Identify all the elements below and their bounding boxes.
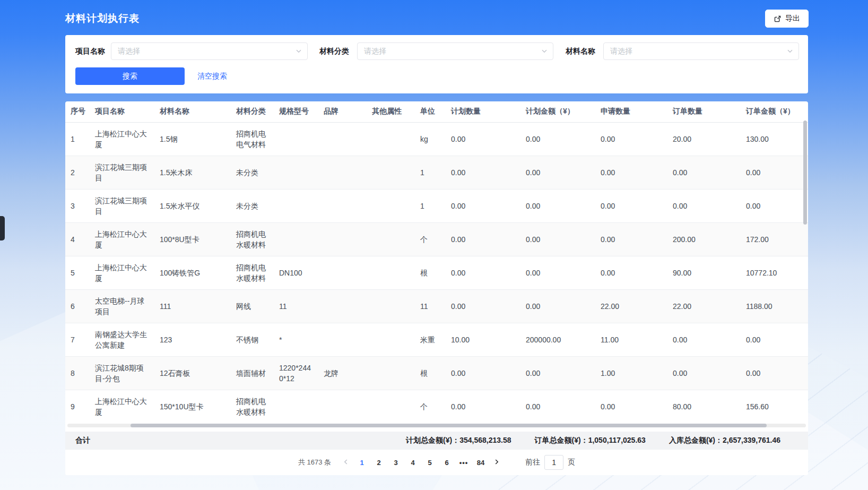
pager-pages: 123456•••84	[353, 455, 489, 470]
table-cell: 0.00	[667, 189, 741, 222]
table-cell: 20.00	[667, 122, 741, 156]
page-button-84[interactable]: 84	[472, 455, 489, 470]
table-cell: 招商机电水暖材料	[231, 256, 274, 289]
table-cell	[367, 289, 415, 323]
table-cell: 1	[65, 122, 90, 156]
inbound-total-amount: 入库总金额(¥)：2,657,339,761.46	[669, 436, 780, 445]
table-cell: 11	[274, 289, 318, 323]
table-cell: 网线	[231, 289, 274, 323]
search-button[interactable]: 搜索	[75, 67, 185, 85]
next-page-button[interactable]	[489, 455, 504, 470]
table-cell: kg	[415, 122, 446, 156]
export-button[interactable]: 导出	[765, 10, 809, 28]
table-cell: 0.00	[520, 122, 595, 156]
export-label: 导出	[785, 14, 800, 23]
table-cell: 0.00	[520, 156, 595, 189]
material-category-label: 材料分类	[319, 47, 349, 56]
table-cell: 0.00	[520, 289, 595, 323]
table-cell: 0.00	[520, 256, 595, 289]
table-cell	[318, 156, 367, 189]
table-cell: 根	[415, 356, 446, 390]
clear-search-button[interactable]: 清空搜索	[197, 72, 227, 81]
chevron-down-icon	[787, 47, 793, 56]
table-cell: 80.00	[667, 390, 741, 423]
table-cell: 0.00	[520, 222, 595, 256]
column-header: 申请数量	[595, 101, 667, 122]
export-icon	[774, 15, 782, 23]
table-cell: 0.00	[667, 323, 741, 356]
table-cell: 南钢盛达大学生公寓新建	[90, 323, 154, 356]
table-cell: 0.00	[595, 122, 667, 156]
page-ellipsis[interactable]: •••	[455, 455, 472, 470]
prev-page-button[interactable]	[338, 455, 353, 470]
table-cell	[274, 189, 318, 222]
page-button-2[interactable]: 2	[370, 455, 387, 470]
table-cell: 1188.00	[741, 289, 808, 323]
table-cell: 滨江花城8期项目-分包	[90, 356, 154, 390]
table-row: 7南钢盛达大学生公寓新建123不锈钢*米重10.00200000.0011.00…	[65, 323, 808, 356]
page-button-4[interactable]: 4	[404, 455, 421, 470]
vertical-scrollbar-thumb[interactable]	[803, 121, 807, 225]
table-cell: 米重	[415, 323, 446, 356]
table-cell: 130.00	[741, 122, 808, 156]
plan-total-amount: 计划总金额(¥)：354,568,213.58	[406, 436, 511, 445]
chevron-down-icon	[541, 47, 548, 56]
table-row: 6太空电梯--月球项目111网线11110.000.0022.0022.0011…	[65, 289, 808, 323]
column-header: 规格型号	[274, 101, 318, 122]
table-cell: 1.5钢	[154, 122, 231, 156]
table-cell: 0.00	[595, 156, 667, 189]
table-cell: DN100	[274, 256, 318, 289]
scrollbar-thumb[interactable]	[131, 424, 767, 427]
table-cell: 招商机电水暖材料	[231, 390, 274, 423]
table-cell: 1.5米木床	[154, 156, 231, 189]
table-cell: 7	[65, 323, 90, 356]
goto-label: 前往	[525, 458, 540, 467]
chevron-right-icon	[493, 459, 500, 467]
page-button-3[interactable]: 3	[387, 455, 404, 470]
table-cell: 上海松江中心大厦	[90, 222, 154, 256]
table-cell: 0.00	[595, 256, 667, 289]
table-cell: 0.00	[595, 222, 667, 256]
table-body: 1上海松江中心大厦1.5钢招商机电电气材料kg0.000.000.0020.00…	[65, 122, 808, 423]
table-cell: 4	[65, 222, 90, 256]
project-name-select[interactable]: 请选择	[111, 42, 308, 60]
filter-row: 项目名称 请选择 材料分类 请选择 材料名称 请选择	[65, 42, 808, 60]
material-category-select[interactable]: 请选择	[357, 42, 553, 60]
table-cell: 0.00	[446, 390, 520, 423]
table-cell: 11	[415, 289, 446, 323]
table-cell: 172.00	[741, 222, 808, 256]
column-header: 序号	[65, 101, 90, 122]
table-cell: 1	[415, 156, 446, 189]
page-button-1[interactable]: 1	[353, 455, 370, 470]
column-header: 计划数量	[446, 101, 520, 122]
select-placeholder: 请选择	[610, 47, 632, 56]
table-cell	[274, 156, 318, 189]
select-placeholder: 请选择	[118, 47, 140, 56]
table-cell	[367, 156, 415, 189]
table-cell: 0.00	[446, 256, 520, 289]
goto-page-input[interactable]	[544, 455, 563, 470]
chevron-left-icon	[343, 459, 349, 467]
table-cell	[318, 189, 367, 222]
page-button-6[interactable]: 6	[438, 455, 455, 470]
column-header: 材料分类	[231, 101, 274, 122]
table-cell: 上海松江中心大厦	[90, 122, 154, 156]
column-header: 计划金额（¥）	[520, 101, 595, 122]
table-cell	[318, 390, 367, 423]
table-cell: 90.00	[667, 256, 741, 289]
table-cell: 0.00	[446, 289, 520, 323]
table-cell: 0.00	[595, 390, 667, 423]
project-name-label: 项目名称	[75, 47, 105, 56]
drawer-handle[interactable]	[0, 216, 5, 240]
material-name-label: 材料名称	[566, 47, 595, 56]
page-button-5[interactable]: 5	[421, 455, 438, 470]
column-header: 单位	[415, 101, 446, 122]
table-row: 1上海松江中心大厦1.5钢招商机电电气材料kg0.000.000.0020.00…	[65, 122, 808, 156]
table-cell: 个	[415, 222, 446, 256]
table-cell	[274, 222, 318, 256]
table-cell: 2	[65, 156, 90, 189]
table-cell: 0.00	[446, 189, 520, 222]
table-cell	[318, 256, 367, 289]
table-cell: 0.00	[520, 356, 595, 390]
material-name-select[interactable]: 请选择	[603, 42, 799, 60]
